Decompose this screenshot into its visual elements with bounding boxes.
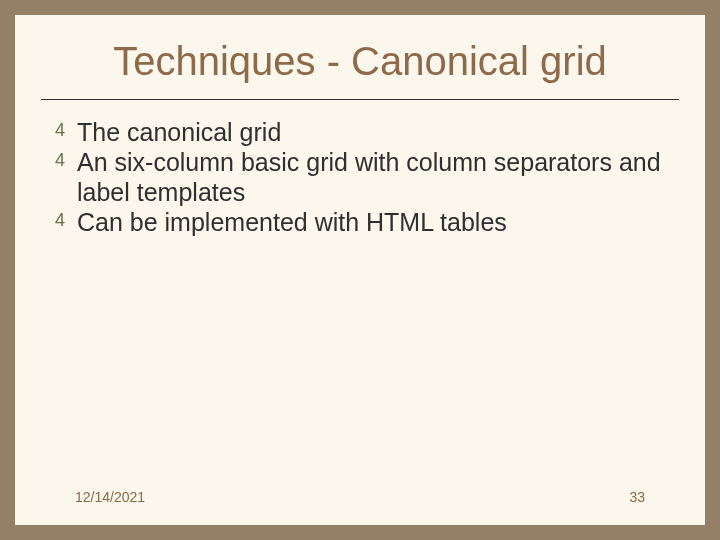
footer-page-number: 33 — [629, 489, 645, 505]
bullet-marker-icon: 4 — [55, 147, 77, 174]
bullet-item: 4 Can be implemented with HTML tables — [55, 207, 665, 237]
slide-frame: Techniques - Canonical grid 4 The canoni… — [0, 0, 720, 540]
bullet-marker-icon: 4 — [55, 207, 77, 234]
bullet-marker-icon: 4 — [55, 117, 77, 144]
bullet-text: The canonical grid — [77, 117, 665, 147]
bullet-text: Can be implemented with HTML tables — [77, 207, 665, 237]
footer-date: 12/14/2021 — [75, 489, 145, 505]
slide-title: Techniques - Canonical grid — [15, 39, 705, 84]
slide-body: 4 The canonical grid 4 An six-column bas… — [55, 117, 665, 237]
bullet-item: 4 The canonical grid — [55, 117, 665, 147]
title-divider — [41, 99, 679, 100]
slide-content-panel: Techniques - Canonical grid 4 The canoni… — [15, 15, 705, 525]
bullet-text: An six-column basic grid with column sep… — [77, 147, 665, 207]
bullet-item: 4 An six-column basic grid with column s… — [55, 147, 665, 207]
